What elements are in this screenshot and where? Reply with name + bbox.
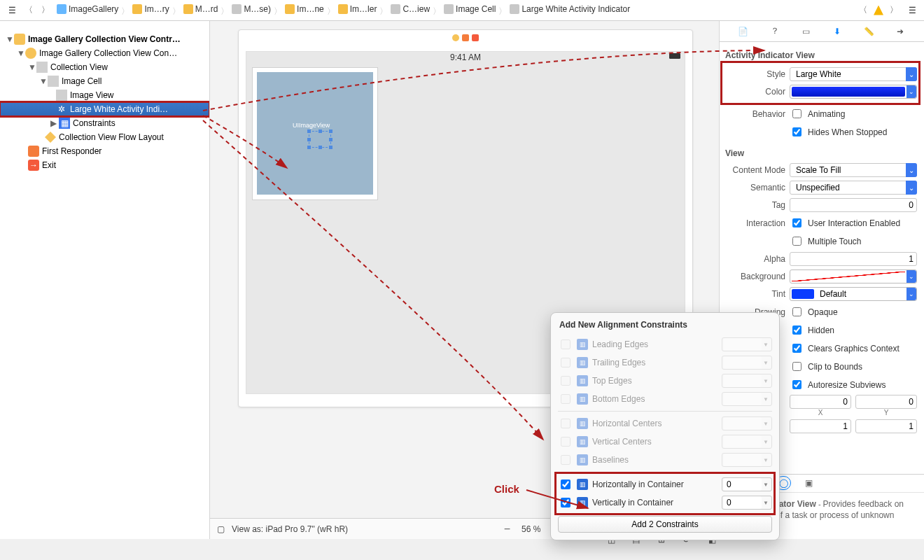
scene-icon: [14, 34, 25, 45]
related-items-icon[interactable]: ☰: [4, 3, 20, 18]
selection-label: UIImageView: [293, 122, 330, 129]
breadcrumb-item[interactable]: Im…ne: [283, 3, 326, 15]
breadcrumb-item[interactable]: C…iew: [388, 3, 432, 15]
alpha-field[interactable]: [790, 252, 917, 266]
toggle-outline-button[interactable]: ▢: [217, 524, 225, 534]
breadcrumb-item[interactable]: M…rd: [181, 3, 220, 15]
breadcrumb-item[interactable]: Image Cell: [442, 3, 498, 15]
size-inspector-tab[interactable]: 📏: [861, 24, 876, 38]
align-icon: ▥: [577, 393, 588, 405]
annotation-click-label: Click: [494, 483, 519, 495]
nav-next-issue[interactable]: 〉: [886, 3, 902, 18]
hidden-checkbox[interactable]: [792, 326, 802, 335]
clears-graphics-checkbox[interactable]: [792, 344, 802, 353]
align-value-field: [724, 393, 762, 405]
animating-checkbox[interactable]: [792, 109, 802, 118]
warning-icon[interactable]: [874, 6, 883, 15]
section-title: View: [725, 148, 917, 158]
attributes-inspector-tab[interactable]: ⬇: [830, 24, 845, 38]
inspector-tabs: 📄 ？ ▭ ⬇ 📏 ➜: [720, 21, 924, 42]
align-value-field: [724, 454, 762, 466]
help-inspector-tab[interactable]: ？: [767, 24, 783, 38]
opaque-checkbox[interactable]: [792, 307, 802, 316]
align-icon: ▥: [577, 454, 588, 465]
tree-item[interactable]: First Responder: [42, 146, 102, 156]
breadcrumb-item[interactable]: M…se): [230, 3, 273, 15]
content-mode-select[interactable]: Scale To Fill: [790, 163, 917, 177]
h-field[interactable]: [855, 419, 917, 433]
image-view[interactable]: UIImageView: [257, 72, 373, 195]
w-field[interactable]: [790, 419, 851, 433]
breadcrumb-item[interactable]: Im…ry: [130, 3, 171, 15]
activity-indicator-selection[interactable]: UIImageView: [309, 131, 331, 148]
align-checkbox: [561, 358, 570, 368]
identity-inspector-tab[interactable]: ▭: [799, 24, 814, 38]
view-as-label[interactable]: View as: iPad Pro 9.7" (wR hR): [232, 524, 348, 534]
nav-prev-issue[interactable]: 〈: [855, 3, 871, 18]
tree-item-selected[interactable]: ✲Large White Activity Indi…: [0, 102, 209, 116]
background-color-well[interactable]: ⌄: [790, 270, 917, 284]
file-inspector-tab[interactable]: 📄: [736, 24, 751, 38]
flowlayout-icon: [45, 132, 56, 143]
nav-forward-button[interactable]: 〉: [38, 3, 53, 18]
media-library-tab[interactable]: ▣: [801, 476, 816, 490]
zoom-level[interactable]: 56 %: [522, 524, 540, 534]
activity-indicator-icon: ✲: [56, 104, 67, 115]
assistant-menu-icon[interactable]: ☰: [904, 3, 920, 18]
cell-icon: [48, 76, 59, 87]
align-value-field: [724, 417, 762, 430]
align-checkbox[interactable]: [561, 479, 570, 489]
breadcrumb-item[interactable]: Im…ler: [336, 3, 379, 15]
align-option-row: ▥Horizontal Centers▼: [558, 414, 772, 433]
align-value-field: [724, 435, 762, 448]
tree-item[interactable]: Exit: [42, 160, 56, 170]
y-field[interactable]: [855, 395, 917, 409]
scene-root[interactable]: Image Gallery Collection View Contr…: [28, 34, 181, 44]
align-value-field[interactable]: [724, 478, 762, 491]
tree-item[interactable]: Image Gallery Collection View Con…: [39, 48, 177, 58]
align-option-row[interactable]: ▥Horizontally in Container▼: [558, 475, 772, 493]
tree-item[interactable]: Collection View: [50, 62, 108, 72]
align-option-row: ▥Vertical Centers▼: [558, 433, 772, 451]
scene-header: [239, 30, 692, 46]
connections-inspector-tab[interactable]: ➜: [892, 24, 908, 38]
breadcrumb-item[interactable]: ImageGallery: [55, 3, 120, 15]
zoom-out-button[interactable]: −: [500, 523, 514, 536]
align-checkbox: [561, 437, 570, 447]
prototype-cell[interactable]: UIImageView: [252, 67, 378, 200]
align-option-row: ▥Bottom Edges▼: [558, 390, 772, 408]
user-interaction-checkbox[interactable]: [792, 218, 802, 227]
color-well[interactable]: ⌄: [790, 85, 917, 99]
autoresize-checkbox[interactable]: [792, 380, 802, 389]
align-value-field[interactable]: [724, 496, 762, 509]
popover-title: Add New Alignment Constraints: [559, 320, 772, 330]
x-field[interactable]: [790, 395, 851, 409]
align-checkbox: [561, 340, 570, 349]
collectionview-icon: [36, 62, 48, 73]
align-popover: Add New Alignment Constraints ▥Leading E…: [550, 312, 780, 540]
first-responder-icon: [28, 146, 39, 157]
nav-back-button[interactable]: 〈: [21, 3, 36, 18]
semantic-select[interactable]: Unspecified: [790, 181, 917, 195]
tag-field[interactable]: [790, 198, 917, 212]
add-constraints-button[interactable]: Add 2 Constraints: [558, 516, 772, 533]
tree-item[interactable]: Constraints: [73, 118, 115, 128]
scene-dot-icon: [452, 34, 459, 41]
align-checkbox: [561, 455, 570, 465]
breadcrumb-item[interactable]: Large White Activity Indicator: [507, 3, 632, 15]
tree-item[interactable]: Image View: [70, 90, 113, 100]
align-option-row: ▥Top Edges▼: [558, 372, 772, 390]
hides-when-stopped-checkbox[interactable]: [792, 127, 802, 136]
tree-item[interactable]: Image Cell: [62, 76, 102, 86]
viewcontroller-icon: [25, 48, 36, 59]
align-value-field: [724, 374, 762, 387]
multiple-touch-checkbox[interactable]: [792, 237, 802, 246]
style-select[interactable]: Large White: [790, 67, 917, 81]
tint-color-well[interactable]: Default⌄: [790, 287, 917, 301]
align-icon: ▥: [577, 357, 588, 368]
clip-to-bounds-checkbox[interactable]: [792, 362, 802, 371]
tree-item[interactable]: Collection View Flow Layout: [59, 132, 164, 142]
align-option-row[interactable]: ▥Vertically in Container▼: [558, 493, 772, 512]
align-checkbox[interactable]: [561, 498, 570, 507]
section-title: Activity Indicator View: [725, 50, 917, 60]
